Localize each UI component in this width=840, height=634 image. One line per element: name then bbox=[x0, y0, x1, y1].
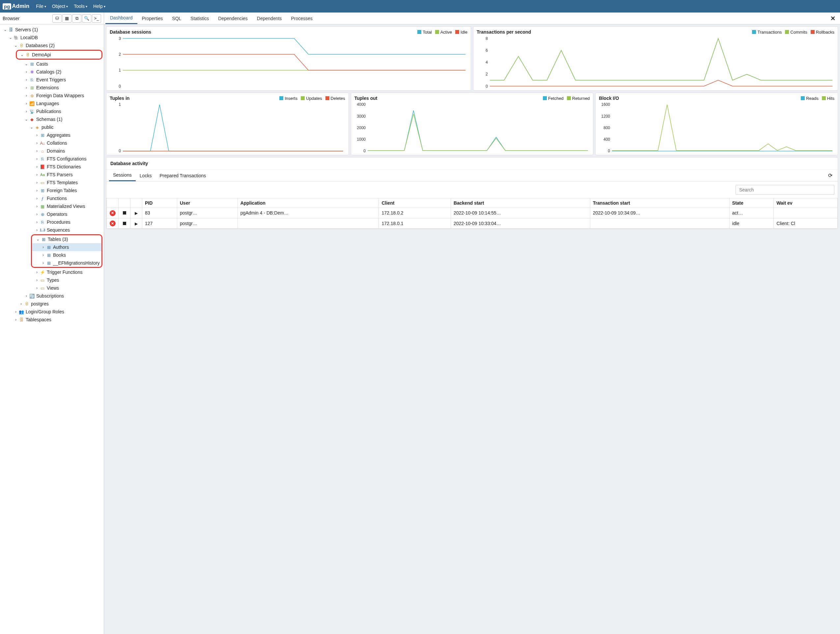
tab-processes[interactable]: Processes bbox=[286, 13, 317, 24]
legend-item: Commits bbox=[785, 30, 807, 35]
tab-sql[interactable]: SQL bbox=[167, 13, 186, 24]
cancel-icon[interactable] bbox=[123, 222, 126, 225]
tree-domains[interactable]: ›⌂Domains bbox=[0, 147, 104, 155]
tree-schemas[interactable]: ⌄◆Schemas (1) bbox=[0, 115, 104, 123]
svg-text:1600: 1600 bbox=[602, 102, 610, 107]
databases-icon: 🛢 bbox=[19, 43, 24, 48]
tree-foreign-tables[interactable]: ›⊞Foreign Tables bbox=[0, 187, 104, 194]
refresh-button[interactable]: ⟳ bbox=[826, 171, 835, 180]
fts-conf-icon: ⎘ bbox=[39, 157, 46, 161]
search-objects-button[interactable]: 🔍 bbox=[82, 14, 91, 23]
tree-trigger-fn[interactable]: ›⚡Trigger Functions bbox=[0, 268, 104, 276]
col-txn[interactable]: Transaction start bbox=[590, 198, 729, 208]
tree-public[interactable]: ⌄◈public bbox=[0, 123, 104, 131]
tree-localdb[interactable]: ⌄🐘LocalDB bbox=[0, 33, 104, 41]
tree-tablespaces[interactable]: ›🗄Tablespaces bbox=[0, 316, 104, 324]
database-icon: 🛢 bbox=[25, 52, 31, 57]
tree-fts-templates[interactable]: ›▭FTS Templates bbox=[0, 179, 104, 187]
close-panel-button[interactable]: ✕ bbox=[827, 15, 839, 22]
svg-text:1000: 1000 bbox=[357, 137, 366, 142]
tab-dependencies[interactable]: Dependencies bbox=[213, 13, 252, 24]
tree-servers[interactable]: ⌄🗄Servers (1) bbox=[0, 26, 104, 33]
tree-catalogs[interactable]: ›❋Catalogs (2) bbox=[0, 68, 104, 76]
legend-item: Fetched bbox=[543, 96, 564, 101]
tree-fdw[interactable]: ›⊕Foreign Data Wrappers bbox=[0, 92, 104, 100]
foreign-tables-icon: ⊞ bbox=[39, 188, 46, 193]
tree-casts[interactable]: ⌄⊞Casts bbox=[0, 60, 104, 68]
activity-tab-sessions[interactable]: Sessions bbox=[109, 170, 136, 181]
cell-client: 172.18.0.2 bbox=[379, 208, 451, 218]
tree-tables[interactable]: ⌄⊞Tables (3) bbox=[32, 235, 101, 243]
procedures-icon: ⎘ bbox=[39, 220, 46, 225]
cancel-icon[interactable] bbox=[123, 211, 126, 215]
col-backend[interactable]: Backend start bbox=[451, 198, 590, 208]
tree-functions[interactable]: ›ƒFunctions bbox=[0, 194, 104, 202]
legend-item: Returned bbox=[567, 96, 590, 101]
details-icon[interactable]: ▶ bbox=[135, 221, 138, 226]
menu-help[interactable]: Help▾ bbox=[93, 4, 106, 9]
menubar: pg Admin File▾ Object▾ Tools▾ Help▾ bbox=[0, 0, 840, 13]
tab-dependents[interactable]: Dependents bbox=[252, 13, 287, 24]
tree-fts-conf[interactable]: ›⎘FTS Configurations bbox=[0, 155, 104, 163]
tab-properties[interactable]: Properties bbox=[137, 13, 168, 24]
tree-demoapi[interactable]: ⌄🛢DemoApi bbox=[17, 51, 101, 58]
tab-dashboard[interactable]: Dashboard bbox=[106, 13, 137, 24]
tree-sequences[interactable]: ›1..3Sequences bbox=[0, 226, 104, 234]
tree-operators[interactable]: ›⊕Operators bbox=[0, 210, 104, 218]
tree-procedures[interactable]: ›⎘Procedures bbox=[0, 218, 104, 226]
tree-postgres[interactable]: ›🛢postgres bbox=[0, 300, 104, 308]
operators-icon: ⊕ bbox=[39, 212, 46, 217]
tree-mat-views[interactable]: ›▦Materialized Views bbox=[0, 202, 104, 210]
col-client[interactable]: Client bbox=[379, 198, 451, 208]
tree-table-books[interactable]: ›⊞Books bbox=[32, 251, 101, 259]
cell-backend: 2022-10-09 10:33:04… bbox=[451, 218, 590, 229]
chart-tps: Transactions per second TransactionsComm… bbox=[473, 26, 838, 91]
menu-file[interactable]: File▾ bbox=[36, 4, 46, 9]
col-pid[interactable]: PID bbox=[142, 198, 177, 208]
tree-languages[interactable]: ›📶Languages bbox=[0, 100, 104, 108]
filter-rows-button[interactable]: ⧉ bbox=[72, 14, 81, 23]
col-app[interactable]: Application bbox=[237, 198, 379, 208]
tree-types[interactable]: ›▭Types bbox=[0, 276, 104, 284]
tab-statistics[interactable]: Statistics bbox=[186, 13, 213, 24]
session-row[interactable]: ✕ ▶ 127 postgr… 172.18.0.1 2022-10-09 10… bbox=[107, 218, 838, 229]
session-row[interactable]: ✕ ▶ 83 postgr… pgAdmin 4 - DB:Dem… 172.1… bbox=[107, 208, 838, 218]
chart-title: Block I/O bbox=[599, 96, 619, 101]
details-icon[interactable]: ▶ bbox=[135, 211, 138, 215]
tree-fts-dict[interactable]: ›📕FTS Dictionaries bbox=[0, 163, 104, 171]
tree-views[interactable]: ›▭Views bbox=[0, 284, 104, 292]
chart-legend: TotalActiveIdle bbox=[417, 30, 467, 35]
tree-fts-parsers[interactable]: ›AaFTS Parsers bbox=[0, 171, 104, 179]
cell-client: 172.18.0.1 bbox=[379, 218, 451, 229]
tree-collations[interactable]: ›A↓Collations bbox=[0, 139, 104, 147]
tables-icon: ⊞ bbox=[41, 237, 46, 242]
tree-extensions[interactable]: ›⊞Extensions bbox=[0, 84, 104, 92]
tree-aggregates[interactable]: ›⊞Aggregates bbox=[0, 131, 104, 139]
svg-text:0: 0 bbox=[486, 84, 488, 89]
casts-icon: ⊞ bbox=[29, 62, 35, 66]
tree-table-ef[interactable]: ›⊞__EFMigrationsHistory bbox=[32, 259, 101, 267]
view-data-button[interactable]: ▦ bbox=[62, 14, 71, 23]
chart-title: Tuples in bbox=[110, 96, 129, 101]
activity-tab-locks[interactable]: Locks bbox=[136, 170, 156, 181]
activity-search-input[interactable] bbox=[736, 185, 834, 195]
tree-databases[interactable]: ⌄🛢Databases (2) bbox=[0, 41, 104, 49]
tree-publications[interactable]: ›📡Publications bbox=[0, 108, 104, 115]
activity-tab-prepared[interactable]: Prepared Transactions bbox=[155, 170, 210, 181]
psql-tool-button[interactable]: >_ bbox=[92, 14, 101, 23]
col-wait[interactable]: Wait ev bbox=[774, 198, 838, 208]
query-tool-button[interactable]: ⛁ bbox=[52, 14, 62, 23]
menu-tools[interactable]: Tools▾ bbox=[74, 4, 87, 9]
svg-text:1200: 1200 bbox=[602, 114, 610, 119]
col-user[interactable]: User bbox=[177, 198, 237, 208]
menu-object[interactable]: Object▾ bbox=[52, 4, 68, 9]
logo-badge: pg bbox=[3, 3, 11, 9]
col-state[interactable]: State bbox=[729, 198, 774, 208]
tree-event-triggers[interactable]: ›⎘Event Triggers bbox=[0, 76, 104, 84]
tree-login-roles[interactable]: ›👥Login/Group Roles bbox=[0, 308, 104, 316]
terminate-icon[interactable]: ✕ bbox=[110, 210, 115, 216]
tree-subscriptions[interactable]: ›🔄Subscriptions bbox=[0, 292, 104, 300]
logo: pg Admin bbox=[3, 3, 29, 9]
terminate-icon[interactable]: ✕ bbox=[110, 220, 115, 226]
tree-table-authors[interactable]: ›⊞Authors bbox=[32, 243, 101, 251]
